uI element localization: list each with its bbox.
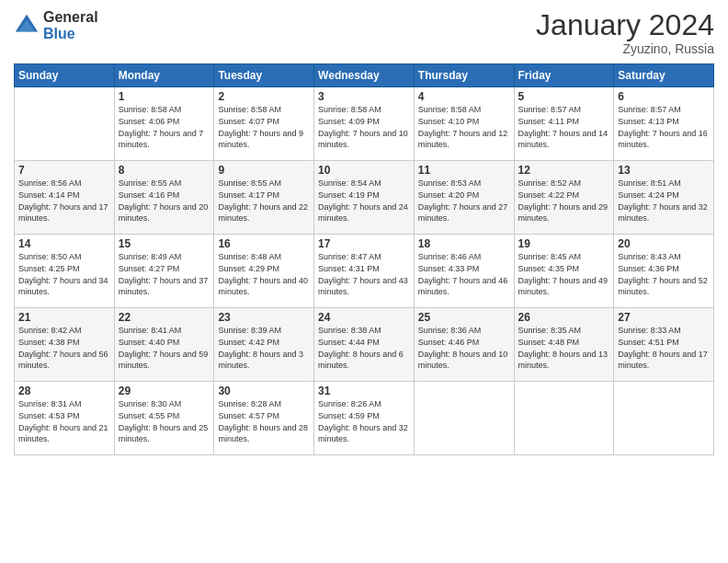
cell-info: Sunrise: 8:45 AMSunset: 4:35 PMDaylight:… <box>518 252 609 296</box>
title-block: January 2024 Zyuzino, Russia <box>536 9 714 56</box>
day-number: 28 <box>18 385 110 397</box>
day-number: 30 <box>218 385 310 397</box>
cell-3-3: 24 Sunrise: 8:38 AMSunset: 4:44 PMDaylig… <box>314 308 415 382</box>
cell-4-6 <box>614 382 714 455</box>
cell-info: Sunrise: 8:57 AMSunset: 4:11 PMDaylight:… <box>518 105 609 149</box>
day-number: 14 <box>18 237 110 250</box>
week-row-3: 21 Sunrise: 8:42 AMSunset: 4:38 PMDaylig… <box>15 308 714 382</box>
day-number: 21 <box>18 311 110 324</box>
day-number: 6 <box>618 90 710 103</box>
header-row: Sunday Monday Tuesday Wednesday Thursday… <box>15 64 714 87</box>
cell-info: Sunrise: 8:54 AMSunset: 4:19 PMDaylight:… <box>318 178 408 223</box>
cell-4-3: 31 Sunrise: 8:26 AMSunset: 4:59 PMDaylig… <box>314 382 415 455</box>
cell-2-1: 15 Sunrise: 8:49 AMSunset: 4:27 PMDaylig… <box>114 235 214 308</box>
cell-info: Sunrise: 8:52 AMSunset: 4:22 PMDaylight:… <box>518 178 609 223</box>
cell-info: Sunrise: 8:58 AMSunset: 4:09 PMDaylight:… <box>318 105 408 149</box>
day-number: 19 <box>518 237 610 250</box>
month-title: January 2024 <box>536 9 714 41</box>
col-wednesday: Wednesday <box>314 64 415 87</box>
day-number: 23 <box>218 311 310 324</box>
cell-info: Sunrise: 8:36 AMSunset: 4:46 PMDaylight:… <box>418 326 508 370</box>
day-number: 5 <box>518 90 610 103</box>
cell-4-2: 30 Sunrise: 8:28 AMSunset: 4:57 PMDaylig… <box>214 382 314 455</box>
day-number: 13 <box>618 164 710 177</box>
cell-1-0: 7 Sunrise: 8:56 AMSunset: 4:14 PMDayligh… <box>15 161 115 235</box>
col-friday: Friday <box>514 64 614 87</box>
week-row-4: 28 Sunrise: 8:31 AMSunset: 4:53 PMDaylig… <box>15 382 714 455</box>
day-number: 27 <box>618 311 710 324</box>
cell-1-5: 12 Sunrise: 8:52 AMSunset: 4:22 PMDaylig… <box>514 161 614 235</box>
cell-info: Sunrise: 8:43 AMSunset: 4:36 PMDaylight:… <box>618 252 708 296</box>
week-row-0: 1 Sunrise: 8:58 AMSunset: 4:06 PMDayligh… <box>15 87 714 161</box>
cell-info: Sunrise: 8:35 AMSunset: 4:48 PMDaylight:… <box>518 326 609 370</box>
cell-3-0: 21 Sunrise: 8:42 AMSunset: 4:38 PMDaylig… <box>15 308 115 382</box>
cell-1-6: 13 Sunrise: 8:51 AMSunset: 4:24 PMDaylig… <box>614 161 714 235</box>
logo-icon <box>14 13 40 39</box>
day-number: 16 <box>218 237 310 250</box>
page: General Blue January 2024 Zyuzino, Russi… <box>0 0 728 563</box>
calendar-table: Sunday Monday Tuesday Wednesday Thursday… <box>14 63 714 455</box>
cell-info: Sunrise: 8:30 AMSunset: 4:55 PMDaylight:… <box>119 399 209 443</box>
cell-2-5: 19 Sunrise: 8:45 AMSunset: 4:35 PMDaylig… <box>514 235 614 308</box>
cell-info: Sunrise: 8:28 AMSunset: 4:57 PMDaylight:… <box>218 399 308 443</box>
cell-info: Sunrise: 8:47 AMSunset: 4:31 PMDaylight:… <box>318 252 408 296</box>
cell-info: Sunrise: 8:39 AMSunset: 4:42 PMDaylight:… <box>218 326 303 370</box>
header: General Blue January 2024 Zyuzino, Russi… <box>14 9 714 56</box>
cell-info: Sunrise: 8:46 AMSunset: 4:33 PMDaylight:… <box>418 252 508 296</box>
day-number: 4 <box>418 90 510 103</box>
cell-3-6: 27 Sunrise: 8:33 AMSunset: 4:51 PMDaylig… <box>614 308 714 382</box>
location: Zyuzino, Russia <box>536 41 714 56</box>
cell-0-0 <box>15 87 115 161</box>
day-number: 31 <box>318 385 410 397</box>
cell-info: Sunrise: 8:26 AMSunset: 4:59 PMDaylight:… <box>318 399 408 443</box>
day-number: 24 <box>318 311 410 324</box>
day-number: 22 <box>119 311 210 324</box>
cell-info: Sunrise: 8:48 AMSunset: 4:29 PMDaylight:… <box>218 252 308 296</box>
cell-info: Sunrise: 8:56 AMSunset: 4:14 PMDaylight:… <box>18 178 108 223</box>
day-number: 17 <box>318 237 410 250</box>
cell-2-4: 18 Sunrise: 8:46 AMSunset: 4:33 PMDaylig… <box>414 235 514 308</box>
logo-text: General Blue <box>43 9 98 41</box>
cell-info: Sunrise: 8:55 AMSunset: 4:17 PMDaylight:… <box>218 178 308 223</box>
cell-info: Sunrise: 8:31 AMSunset: 4:53 PMDaylight:… <box>18 399 108 443</box>
cell-4-1: 29 Sunrise: 8:30 AMSunset: 4:55 PMDaylig… <box>114 382 214 455</box>
cell-0-1: 1 Sunrise: 8:58 AMSunset: 4:06 PMDayligh… <box>114 87 214 161</box>
cell-info: Sunrise: 8:51 AMSunset: 4:24 PMDaylight:… <box>618 178 708 223</box>
cell-2-0: 14 Sunrise: 8:50 AMSunset: 4:25 PMDaylig… <box>15 235 115 308</box>
col-tuesday: Tuesday <box>214 64 314 87</box>
day-number: 11 <box>418 164 510 177</box>
col-sunday: Sunday <box>15 64 115 87</box>
day-number: 9 <box>218 164 310 177</box>
day-number: 8 <box>119 164 210 177</box>
cell-3-5: 26 Sunrise: 8:35 AMSunset: 4:48 PMDaylig… <box>514 308 614 382</box>
cell-info: Sunrise: 8:42 AMSunset: 4:38 PMDaylight:… <box>18 326 108 370</box>
cell-0-6: 6 Sunrise: 8:57 AMSunset: 4:13 PMDayligh… <box>614 87 714 161</box>
week-row-1: 7 Sunrise: 8:56 AMSunset: 4:14 PMDayligh… <box>15 161 714 235</box>
cell-3-1: 22 Sunrise: 8:41 AMSunset: 4:40 PMDaylig… <box>114 308 214 382</box>
cell-1-2: 9 Sunrise: 8:55 AMSunset: 4:17 PMDayligh… <box>214 161 314 235</box>
day-number: 26 <box>518 311 610 324</box>
day-number: 12 <box>518 164 610 177</box>
day-number: 10 <box>318 164 410 177</box>
day-number: 3 <box>318 90 410 103</box>
day-number: 7 <box>18 164 110 177</box>
day-number: 2 <box>218 90 310 103</box>
cell-1-4: 11 Sunrise: 8:53 AMSunset: 4:20 PMDaylig… <box>414 161 514 235</box>
cell-info: Sunrise: 8:38 AMSunset: 4:44 PMDaylight:… <box>318 326 404 370</box>
logo-blue: Blue <box>43 26 98 42</box>
cell-info: Sunrise: 8:58 AMSunset: 4:06 PMDaylight:… <box>119 105 204 149</box>
cell-0-5: 5 Sunrise: 8:57 AMSunset: 4:11 PMDayligh… <box>514 87 614 161</box>
cell-0-2: 2 Sunrise: 8:58 AMSunset: 4:07 PMDayligh… <box>214 87 314 161</box>
day-number: 20 <box>618 237 710 250</box>
day-number: 25 <box>418 311 510 324</box>
cell-4-0: 28 Sunrise: 8:31 AMSunset: 4:53 PMDaylig… <box>15 382 115 455</box>
cell-info: Sunrise: 8:57 AMSunset: 4:13 PMDaylight:… <box>618 105 708 149</box>
cell-3-4: 25 Sunrise: 8:36 AMSunset: 4:46 PMDaylig… <box>414 308 514 382</box>
col-saturday: Saturday <box>614 64 714 87</box>
day-number: 15 <box>119 237 210 250</box>
cell-0-4: 4 Sunrise: 8:58 AMSunset: 4:10 PMDayligh… <box>414 87 514 161</box>
day-number: 1 <box>119 90 210 103</box>
cell-4-5 <box>514 382 614 455</box>
cell-3-2: 23 Sunrise: 8:39 AMSunset: 4:42 PMDaylig… <box>214 308 314 382</box>
cell-info: Sunrise: 8:53 AMSunset: 4:20 PMDaylight:… <box>418 178 508 223</box>
